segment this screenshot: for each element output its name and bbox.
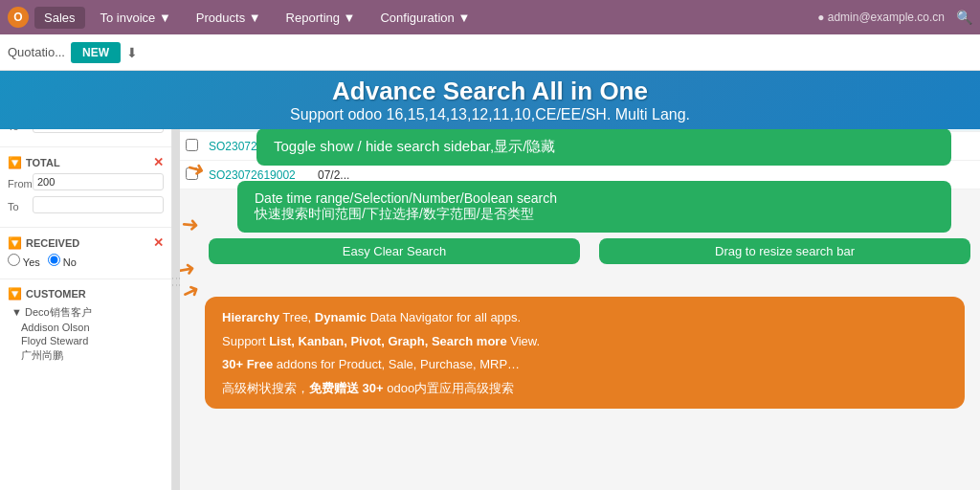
gift-bold: 免费赠送 30+ [309, 381, 384, 395]
total-section: 🔽 TOTAL ✕ From To [0, 151, 171, 223]
bottom-callouts-container: Easy Clear Search Drag to resize search … [209, 238, 970, 264]
left-panel: 🔽 ORDER DATE ✕ From To 🔽 [0, 71, 172, 490]
customer-deco[interactable]: ▼ Deco销售客户 [8, 304, 164, 321]
arrow4: ➜ [180, 256, 197, 284]
resize-handle[interactable]: ⋮⋮ [172, 71, 180, 490]
nav-sales[interactable]: Sales [34, 7, 85, 29]
second-bar: Quotatio... NEW ⬇ [0, 34, 980, 71]
table-row-2[interactable]: SO23072619002 07/2... [180, 161, 980, 189]
nav-invoice[interactable]: To invoice ▼ [91, 7, 181, 29]
received-yes-label[interactable]: Yes [8, 254, 40, 268]
breadcrumb: Quotatio... [8, 45, 65, 59]
customer-filter-icon: 🔽 [8, 287, 22, 301]
row1-date: 07/2... [318, 140, 433, 153]
row2-number[interactable]: SO23072619002 [209, 168, 314, 182]
page: O Sales To invoice ▼ Products ▼ Reportin… [0, 0, 980, 490]
received-label: RECEIVED [26, 237, 79, 249]
customer-addison[interactable]: Addison Olson [8, 321, 164, 334]
table-row-1[interactable]: SO23072818006 07/2... [180, 132, 980, 161]
orange-line3: 30+ Free addons for Product, Sale, Purch… [222, 355, 947, 374]
main-content: 🔽 ORDER DATE ✕ From To 🔽 [0, 71, 980, 490]
customer-label: CUSTOMER [26, 288, 86, 300]
orange-box-container: Hierarchy Tree, Dynamic Data Navigator f… [199, 291, 970, 414]
header-banner: Advance Search All in One Support odoo 1… [0, 71, 980, 129]
odoo-logo: O [8, 7, 29, 28]
drag-resize-callout: Drag to resize search bar [599, 238, 970, 264]
row1-checkbox[interactable] [186, 139, 198, 151]
arrow5: ➜ [180, 277, 204, 306]
customer-guangzhou[interactable]: 广州尚鹏 [8, 347, 164, 364]
total-to-input[interactable] [33, 196, 164, 213]
views-bold: List, Kanban, Pivot, Graph, Search more [269, 334, 507, 348]
nav-user[interactable]: ● admin@example.co.cn [812, 9, 950, 26]
total-filter-icon: 🔽 [8, 156, 22, 169]
received-clear[interactable]: ✕ [153, 235, 164, 250]
arrow3: ➜ [181, 212, 200, 237]
orange-line1: Hierarchy Tree, Dynamic Data Navigator f… [222, 308, 947, 327]
total-to-label: To [8, 201, 29, 212]
row2-date: 07/2... [318, 168, 433, 182]
received-no-radio[interactable] [48, 254, 60, 266]
total-clear[interactable]: ✕ [153, 155, 164, 169]
total-label: TOTAL [26, 157, 60, 168]
orange-info-box: Hierarchy Tree, Dynamic Data Navigator f… [205, 297, 965, 409]
new-button[interactable]: NEW [71, 42, 121, 63]
banner-title: Advance Search All in One [15, 77, 965, 106]
nav-products[interactable]: Products ▼ [187, 7, 271, 29]
banner-subtitle: Support odoo 16,15,14,13,12,11,10,CE/EE/… [15, 106, 965, 123]
received-filter-icon: 🔽 [8, 236, 22, 250]
received-yes-radio[interactable] [8, 254, 20, 266]
customer-section: 🔽 CUSTOMER ▼ Deco销售客户 Addison Olson Floy… [0, 283, 171, 368]
download-icon[interactable]: ⬇ [126, 45, 138, 60]
right-content: Select... Select... ⇌ ✕ SO2307 Select Ra… [180, 71, 980, 490]
customer-floyd[interactable]: Floyd Steward [8, 334, 164, 347]
total-from-input[interactable] [33, 173, 164, 190]
nav-configuration[interactable]: Configuration ▼ [370, 7, 479, 29]
nav-search-icon[interactable]: 🔍 [956, 10, 972, 25]
nav-reporting[interactable]: Reporting ▼ [277, 7, 366, 29]
row2-checkbox[interactable] [186, 167, 198, 180]
hierarchy-bold: Hierarchy [222, 310, 279, 324]
top-nav: O Sales To invoice ▼ Products ▼ Reportin… [0, 0, 980, 34]
received-no-label[interactable]: No [48, 254, 77, 268]
orange-line2: Support List, Kanban, Pivot, Graph, Sear… [222, 332, 947, 351]
orange-line4: 高级树状搜索，免费赠送 30+ odoo内置应用高级搜索 [222, 379, 947, 398]
dynamic-bold: Dynamic [315, 310, 367, 324]
row1-number[interactable]: SO23072818006 [209, 140, 314, 153]
received-section: 🔽 RECEIVED ✕ Yes No [0, 232, 171, 275]
free-bold: 30+ Free [222, 357, 273, 371]
easy-clear-callout: Easy Clear Search [209, 238, 580, 264]
total-from-label: From [8, 178, 29, 189]
